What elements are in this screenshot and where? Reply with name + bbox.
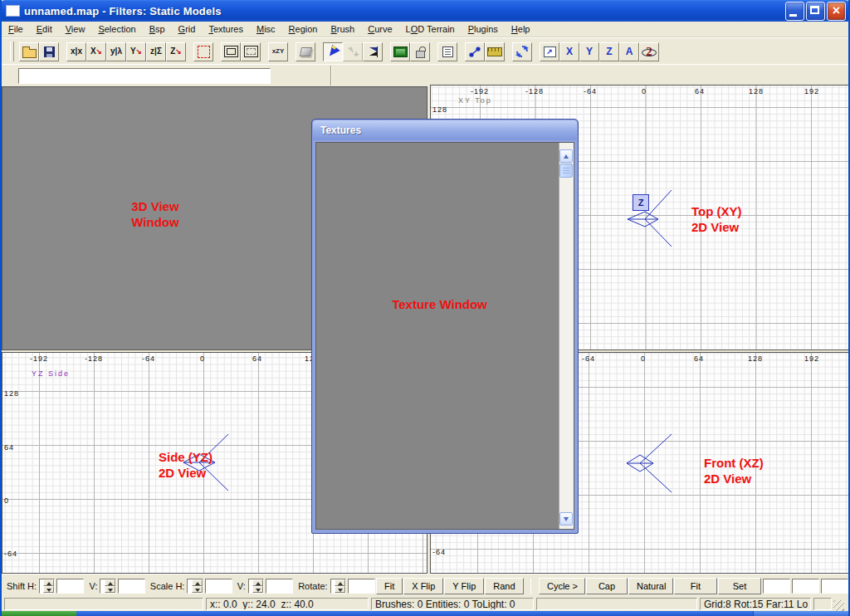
status-panel-empty — [813, 598, 832, 610]
texture-lock-icon[interactable] — [410, 42, 430, 61]
menu-bsp[interactable]: Bsp — [143, 22, 172, 36]
spin-down-icon[interactable] — [105, 586, 115, 593]
spin-up-icon[interactable] — [105, 579, 115, 586]
flip-x-icon[interactable]: x|x — [66, 42, 86, 61]
textures-window-titlebar[interactable]: Textures — [313, 120, 577, 140]
taskbar-strip[interactable] — [76, 611, 753, 616]
surface-button-cap[interactable]: Cap — [586, 578, 628, 594]
surface-input[interactable] — [56, 579, 84, 594]
menu-grid[interactable]: Grid — [172, 22, 203, 36]
maximize-button[interactable] — [806, 2, 825, 21]
surface-input[interactable] — [821, 579, 848, 594]
menu-file[interactable]: File — [2, 22, 30, 36]
lock-angle-icon[interactable]: A — [619, 42, 639, 61]
minimize-button[interactable] — [785, 2, 804, 21]
spin-down-icon[interactable] — [252, 586, 263, 593]
rotate-z-icon[interactable]: Z↘ — [166, 42, 186, 61]
camera-icon[interactable] — [622, 428, 680, 498]
surface-button-x-flip[interactable]: X Flip — [403, 578, 443, 594]
surface-spinner[interactable] — [330, 579, 346, 594]
camera-view-icon[interactable] — [323, 42, 343, 61]
open-file-icon[interactable] — [19, 42, 39, 61]
surface-input[interactable] — [348, 579, 375, 594]
rotate-x-icon[interactable]: X↘ — [86, 42, 106, 61]
menu-edit[interactable]: Edit — [30, 22, 59, 36]
ruler-label: 0 — [200, 354, 205, 363]
taskbar-tray-edge[interactable] — [753, 611, 850, 616]
region-selection-icon[interactable] — [193, 42, 213, 61]
surface-label-v: V: — [237, 581, 246, 591]
toolbar-grip[interactable] — [10, 42, 14, 61]
save-file-icon[interactable] — [39, 42, 59, 61]
free-rotate-icon[interactable] — [512, 42, 532, 61]
camera-icon[interactable] — [622, 185, 688, 252]
entity-icon[interactable] — [465, 42, 485, 61]
resize-grip[interactable] — [833, 600, 844, 611]
flag-icon[interactable] — [363, 42, 383, 61]
surface-input[interactable] — [792, 579, 819, 594]
surface-button-fit[interactable]: Fit — [376, 578, 403, 594]
lock-x-icon[interactable]: X — [559, 42, 579, 61]
flip-z-icon[interactable]: z|Σ — [146, 42, 166, 61]
menu-brush[interactable]: Brush — [324, 22, 361, 36]
surface-spinner[interactable] — [39, 579, 55, 594]
show-angles-icon[interactable]: 2 — [639, 42, 659, 61]
textures-window[interactable]: Textures Texture Window — [311, 119, 579, 534]
cursor-add-icon[interactable] — [343, 42, 363, 61]
menu-selection[interactable]: Selection — [91, 22, 142, 36]
title-bar[interactable]: unnamed.map - Filters: Static Models — [0, 0, 850, 22]
surface-spinner[interactable] — [248, 579, 264, 594]
surface-button-fit[interactable]: Fit — [674, 578, 717, 594]
menu-plugins[interactable]: Plugins — [462, 22, 505, 36]
spin-up-icon[interactable] — [192, 579, 203, 586]
surface-spinner[interactable] — [187, 579, 203, 594]
surface-input[interactable] — [118, 579, 145, 594]
close-button[interactable] — [827, 2, 846, 21]
texture-filter-input[interactable] — [18, 68, 271, 84]
surface-input[interactable] — [266, 579, 293, 594]
app-icon[interactable] — [6, 5, 20, 17]
surface-button-set[interactable]: Set — [718, 578, 761, 594]
spin-down-icon[interactable] — [335, 586, 345, 593]
scrollbar-thumb[interactable] — [559, 164, 573, 178]
surface-input[interactable] — [763, 579, 790, 594]
lock-z-icon[interactable]: Z — [599, 42, 619, 61]
ruler-label: -64 — [584, 87, 597, 95]
clone-view-icon[interactable]: ↗ — [540, 42, 559, 61]
scroll-down-icon[interactable] — [559, 512, 573, 526]
start-button-edge[interactable] — [0, 611, 76, 616]
surface-input[interactable] — [205, 579, 232, 594]
textures-window-content[interactable]: Texture Window — [315, 142, 574, 530]
xyz-view-cycle-icon[interactable]: xZY — [268, 42, 288, 61]
surface-button-rand[interactable]: Rand — [485, 578, 523, 594]
model-icon[interactable] — [296, 42, 315, 61]
surface-button-y-flip[interactable]: Y Flip — [444, 578, 484, 594]
menu-misc[interactable]: Misc — [250, 22, 282, 36]
spin-down-icon[interactable] — [43, 586, 54, 593]
windows-taskbar[interactable] — [0, 611, 850, 616]
menu-region[interactable]: Region — [282, 22, 325, 36]
lock-y-icon[interactable]: Y — [579, 42, 599, 61]
spin-up-icon[interactable] — [252, 579, 263, 586]
spin-up-icon[interactable] — [43, 579, 54, 586]
menu-view[interactable]: View — [59, 22, 92, 36]
menu-help[interactable]: Help — [505, 22, 537, 36]
rotate-y-icon[interactable]: Y↘ — [126, 42, 146, 61]
menu-curve[interactable]: Curve — [361, 22, 398, 36]
spin-down-icon[interactable] — [192, 586, 203, 593]
textures-scrollbar[interactable] — [559, 143, 574, 529]
texture-window-icon[interactable] — [390, 42, 410, 61]
menu-textures[interactable]: Textures — [202, 22, 250, 36]
surface-button-cycle-[interactable]: Cycle > — [539, 578, 585, 594]
console-icon[interactable] — [437, 42, 457, 61]
surface-button-natural[interactable]: Natural — [628, 578, 673, 594]
menu-lod-terrain[interactable]: LOD Terrain — [399, 22, 462, 36]
ruler-label: 128 — [432, 105, 447, 114]
window-selection-icon[interactable] — [241, 42, 261, 61]
spin-up-icon[interactable] — [335, 579, 345, 586]
scroll-up-icon[interactable] — [559, 149, 573, 163]
window-grid-icon[interactable] — [221, 42, 241, 61]
flip-y-icon[interactable]: y|λ — [106, 42, 126, 61]
surface-spinner[interactable] — [100, 579, 115, 594]
measure-icon[interactable] — [485, 42, 505, 61]
